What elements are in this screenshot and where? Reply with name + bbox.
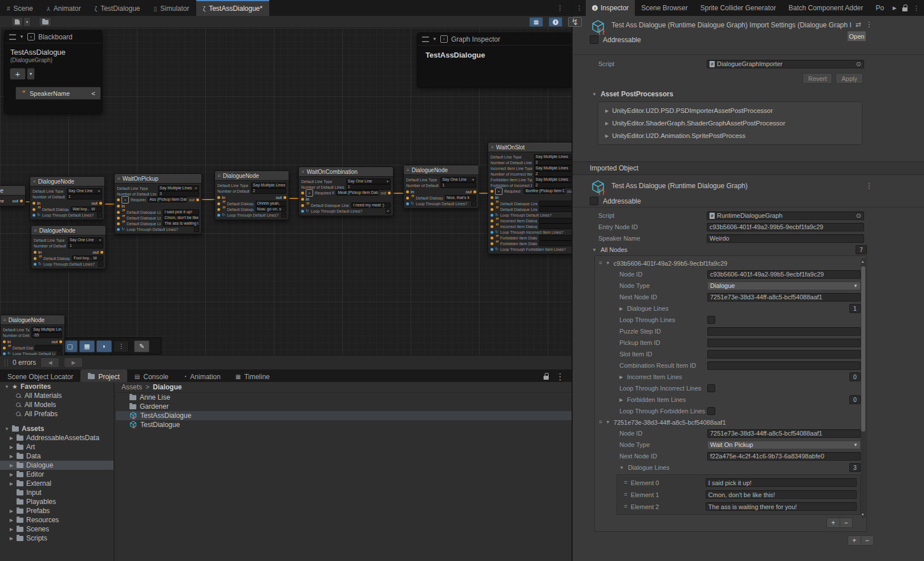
- drag-handle-icon[interactable]: [9, 34, 16, 40]
- editor-tab-simulator[interactable]: ▯Simulator: [147, 0, 196, 16]
- addressable-checkbox[interactable]: [590, 197, 598, 205]
- all-nodes-count[interactable]: 7: [856, 245, 867, 254]
- node-title[interactable]: ≡DialogueNode: [404, 165, 479, 175]
- breadcrumb-root[interactable]: Assets: [121, 383, 142, 391]
- object-field[interactable]: Meat (Pickup Item Data)⊙: [336, 190, 379, 196]
- scroll-down-icon[interactable]: ▼: [861, 513, 865, 517]
- foldout-row-forbidden-item-lines[interactable]: ▶Forbidden Item Lines0: [595, 394, 861, 405]
- checkbox[interactable]: [57, 351, 62, 356]
- drag-handle-icon[interactable]: [422, 36, 429, 42]
- inspector-lock-icon[interactable]: [902, 7, 907, 11]
- array-size-field[interactable]: 3: [849, 463, 861, 472]
- property-field[interactable]: c93b5606-401f-49a2-99b5-9ecbf1fa9c29: [707, 270, 861, 279]
- field-port[interactable]: [491, 248, 493, 251]
- graph-inspector-panel[interactable]: ▼ i Graph Inspector TestAssDialogue: [417, 32, 572, 88]
- foldout-arrow-icon[interactable]: ▼: [19, 34, 24, 39]
- expand-arrow-icon[interactable]: ▶: [9, 463, 14, 468]
- tree-folder-addressableassetsdata[interactable]: ▶AddressableAssetsData: [0, 433, 114, 442]
- element-field[interactable]: The ass is waiting there for you!: [706, 502, 857, 511]
- assets-root[interactable]: ▼Assets: [0, 424, 114, 433]
- field-port[interactable]: [491, 208, 493, 211]
- field-value[interactable]: 2: [534, 182, 572, 188]
- expand-arrow-icon[interactable]: ▶: [9, 436, 14, 441]
- output-port[interactable]: [196, 198, 199, 201]
- script-field[interactable]: # RuntimeDialogueGraph ⊙: [707, 212, 864, 220]
- field-port[interactable]: [301, 204, 304, 207]
- previous-error-button[interactable]: ◀: [40, 357, 59, 368]
- field-port[interactable]: [217, 214, 220, 217]
- line-field[interactable]: [539, 223, 572, 229]
- script-field[interactable]: # DialogueGraphImporter ⊙: [707, 60, 864, 68]
- preview-toggle-button[interactable]: ↯: [568, 17, 582, 27]
- field-value[interactable]: 3: [158, 191, 199, 197]
- field-value[interactable]: Say Multiple Lines▼: [534, 154, 572, 160]
- blackboard-panel[interactable]: ▼ ▪ Blackboard TestAssDialogue (Dialogue…: [4, 30, 103, 114]
- element-field[interactable]: I said pick it up!: [706, 478, 857, 487]
- field-value[interactable]: -55: [31, 332, 62, 338]
- checkbox[interactable]: [98, 262, 103, 267]
- field-value[interactable]: Say One Line▼: [440, 177, 476, 182]
- graph-inspector-header[interactable]: ▼ i Graph Inspector: [418, 33, 572, 46]
- remove-element-button[interactable]: −: [861, 536, 874, 545]
- expand-arrow-icon[interactable]: ▶: [9, 518, 14, 523]
- foldout-row-dialogue-lines[interactable]: ▼Dialogue Lines3: [595, 462, 861, 473]
- favorite-item-all-materials[interactable]: All Materials: [0, 391, 114, 400]
- drag-handle-icon[interactable]: =: [599, 419, 602, 425]
- output-port[interactable]: [100, 251, 103, 254]
- field-port[interactable]: [217, 202, 220, 205]
- object-field[interactable]: Ass (Pickup Item Data)⊙: [148, 197, 187, 202]
- property-field[interactable]: 7251e73e-38d3-44ff-a8c5-bcf54088aaf1: [707, 293, 861, 302]
- inspector-tab-po[interactable]: Po: [869, 0, 890, 16]
- graph-node-dialoguenode[interactable]: ≡DialogueNodeDefault Line TypeSay Multip…: [214, 170, 289, 220]
- field-port[interactable]: [301, 210, 304, 213]
- line-field[interactable]: [539, 218, 572, 223]
- object-picker-icon[interactable]: ⊙: [856, 212, 861, 219]
- element-field[interactable]: Cmon, don't be like this!: [706, 490, 857, 499]
- graph-node-waitonslot[interactable]: ≡WaitOnSlotDefault Line TypeSay Multiple…: [488, 142, 572, 254]
- scroll-up-icon[interactable]: ▲: [861, 259, 865, 263]
- transition-button[interactable]: ◗: [96, 340, 112, 352]
- field-value[interactable]: Say One Line▼: [346, 178, 391, 184]
- checkbox[interactable]: [471, 201, 476, 206]
- save-button[interactable]: [11, 17, 23, 27]
- line-field[interactable]: [35, 345, 62, 351]
- node-title[interactable]: ≡WaitOnCombination: [299, 167, 393, 177]
- scrollbar[interactable]: ▲ ▼: [861, 258, 866, 518]
- checkbox[interactable]: [707, 407, 715, 415]
- field-port[interactable]: [491, 231, 493, 234]
- line-field[interactable]: Ohhhh yeah,: [256, 201, 286, 206]
- output-port[interactable]: [388, 192, 391, 194]
- tree-folder-scenes[interactable]: ▶Scenes: [0, 525, 114, 534]
- blackboard-toggle-button[interactable]: ▦: [529, 17, 543, 27]
- node-entry-c93b5606[interactable]: =▼c93b5606-401f-49a2-99b5-9ecbf1fa9c29: [595, 258, 861, 269]
- entry-node-id-field[interactable]: c93b5606-401f-49a2-99b5-9ecbf1fa9c29: [707, 223, 864, 231]
- line-field[interactable]: I said pick it up!: [163, 209, 199, 215]
- field-port[interactable]: [491, 202, 493, 205]
- field-value[interactable]: Say One Line▼: [68, 237, 103, 243]
- field-value[interactable]: 1: [68, 243, 103, 249]
- postprocessor-unityeditor-u2d-animation-spritepostprocess[interactable]: ▶UnityEditor.U2D.Animation.SpritePostPro…: [598, 129, 862, 142]
- edit-button[interactable]: ✎: [134, 340, 149, 352]
- line-field[interactable]: I need my meat :): [351, 202, 391, 208]
- tree-folder-dialogue[interactable]: ▶Dialogue: [0, 461, 114, 470]
- field-port[interactable]: [491, 242, 493, 245]
- field-port[interactable]: [217, 208, 220, 211]
- apply-button[interactable]: Apply: [836, 73, 863, 84]
- field-port[interactable]: [491, 190, 493, 193]
- drag-handle-icon[interactable]: =: [624, 479, 627, 486]
- open-button[interactable]: Open: [847, 31, 866, 42]
- breadcrumb-current[interactable]: Dialogue: [153, 383, 182, 391]
- array-size-field[interactable]: 1: [849, 304, 861, 313]
- show-in-project-button[interactable]: [39, 17, 51, 27]
- property-field[interactable]: 7251e73e-38d3-44ff-a8c5-bcf54088aaf1: [707, 429, 861, 438]
- postprocessor-unityeditor-u2d-psd-psdimporterassetpostprocessor[interactable]: ▶UnityEditor.U2D.PSD.PSDImporterAssetPos…: [598, 104, 862, 117]
- object-more-icon[interactable]: ⋮: [866, 182, 873, 190]
- graph-inspector-toggle-button[interactable]: i: [549, 17, 562, 27]
- field-value[interactable]: Say Multiple Lines▼: [251, 182, 286, 188]
- favorite-item-all-prefabs[interactable]: All Prefabs: [0, 409, 114, 418]
- node-title[interactable]: ≡DialogueNode: [31, 226, 106, 235]
- add-property-button[interactable]: +: [10, 68, 26, 80]
- graph-canvas[interactable]: ▼ ▪ Blackboard TestAssDialogue (Dialogue…: [0, 28, 572, 355]
- line-field[interactable]: Now, go on, s: [256, 206, 286, 212]
- node-entry-7251e73e[interactable]: =▼7251e73e-38d3-44ff-a8c5-bcf54088aaf1: [595, 417, 861, 428]
